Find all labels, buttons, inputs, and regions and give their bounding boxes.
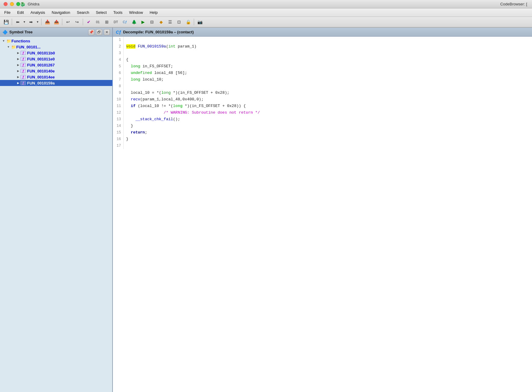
long-kw-7: long <box>131 77 140 82</box>
columns-button[interactable]: ⊡ <box>175 18 183 26</box>
grid-button[interactable]: ⊞ <box>103 18 111 26</box>
func-2-expand <box>16 63 20 67</box>
long-kw-5: long <box>131 64 140 69</box>
checkmark-button[interactable]: ✔ <box>85 18 93 26</box>
menu-search[interactable]: Search <box>74 9 92 16</box>
lock-button[interactable]: 🔒 <box>184 18 192 26</box>
tree-button[interactable]: 🌲 <box>130 18 138 26</box>
toolbar-sep-5 <box>194 19 194 25</box>
code-content-13: __stack_chk_fail(); <box>126 116 532 123</box>
menu-tools[interactable]: Tools <box>110 9 125 16</box>
code-line-2: 2 void FUN_0010159a(int param_1) <box>113 43 532 50</box>
return-kw: return <box>131 130 145 135</box>
menu-select[interactable]: Select <box>93 9 110 16</box>
new-window-button[interactable]: 🗗 <box>96 29 102 35</box>
camera-button[interactable]: 📷 <box>196 18 204 26</box>
func-4-arrow <box>11 75 16 79</box>
line-num-16: 16 <box>113 136 124 142</box>
func-5-expand <box>16 81 20 85</box>
func-3-arrow <box>11 69 16 73</box>
functions-label: Functions <box>11 39 30 43</box>
long-kw-9: long <box>161 90 171 95</box>
cf-button[interactable]: Cƒ <box>121 18 129 26</box>
traffic-lights <box>4 2 20 6</box>
void-keyword: void <box>126 44 135 49</box>
app-name: Ghidra <box>28 2 39 6</box>
close-button[interactable] <box>4 2 8 6</box>
list-button[interactable]: ☰ <box>166 18 174 26</box>
import-button[interactable]: 📥 <box>43 18 51 26</box>
code-line-5: 5 long in_FS_OFFSET; <box>113 63 532 70</box>
code-content-6: undefined local_48 [56]; <box>126 70 532 76</box>
title-bar: 🐉 Ghidra CodeBrowser: [ <box>0 0 532 8</box>
diamond-button[interactable]: ◆ <box>157 18 165 26</box>
int-kw: int <box>168 44 175 49</box>
func-4-icon: ƒ <box>20 75 26 79</box>
app-icon: 🐉 <box>20 2 25 7</box>
code-content-11: if (local_10 != *(long *)(in_FS_OFFSET +… <box>126 103 532 109</box>
code-content-2: void FUN_0010159a(int param_1) <box>126 43 532 50</box>
tree-func-4[interactable]: ƒ FUN_001014ee <box>0 74 112 80</box>
code-line-1: 1 <box>113 37 532 43</box>
maximize-button[interactable] <box>16 2 20 6</box>
toolbar-sep-2 <box>41 19 42 25</box>
menu-edit[interactable]: Edit <box>14 9 27 16</box>
functions-folder-icon: 📁 <box>6 38 11 43</box>
undefined-kw: undefined <box>131 71 152 75</box>
binary-button[interactable]: 01 <box>94 18 102 26</box>
back-button[interactable]: ⬅ <box>14 18 22 26</box>
menu-analysis[interactable]: Analysis <box>27 9 48 16</box>
table-button[interactable]: ⊟ <box>148 18 156 26</box>
back-dropdown[interactable]: ▼ <box>22 18 26 26</box>
func-1-expand <box>16 57 20 61</box>
code-line-14: 14 } <box>113 123 532 129</box>
menu-navigation[interactable]: Navigation <box>49 9 73 16</box>
func-1-icon: ƒ <box>20 57 26 61</box>
forward-button[interactable]: ➡ <box>27 18 35 26</box>
code-content-15: return; <box>126 129 532 136</box>
menu-help[interactable]: Help <box>147 9 161 16</box>
tree-func-1[interactable]: ƒ FUN_001011e0 <box>0 56 112 62</box>
run-button[interactable]: ▶ <box>139 18 147 26</box>
code-area[interactable]: 1 2 void FUN_0010159a(int param_1) 3 4 {… <box>113 37 532 392</box>
forward-dropdown[interactable]: ▼ <box>36 18 40 26</box>
code-line-17: 17 <box>113 142 532 149</box>
decompile-panel: Cƒ Decompile: FUN_0010159a – (contact) 1… <box>113 28 532 392</box>
save-button[interactable]: 💾 <box>2 18 10 26</box>
tree-subfolder[interactable]: 📁 FUN_00101... <box>0 44 112 50</box>
redo-button[interactable]: ↪ <box>73 18 81 26</box>
tree-functions-root[interactable]: 📁 Functions <box>0 38 112 44</box>
func-3-label: FUN_0010140e <box>27 69 55 73</box>
code-line-11: 11 if (local_10 != *(long *)(in_FS_OFFSE… <box>113 103 532 109</box>
code-line-7: 7 long local_10; <box>113 76 532 83</box>
line-num-12: 12 <box>113 109 124 116</box>
line-num-14: 14 <box>113 123 124 129</box>
tree-func-0[interactable]: ƒ FUN_001011b0 <box>0 50 112 56</box>
toolbar: 💾 ⬅ ▼ ➡ ▼ 📥 📤 ↩ ↪ ✔ 01 ⊞ DT Cƒ 🌲 ▶ ⊟ ◆ ☰… <box>0 17 532 28</box>
decompile-title: Decompile: FUN_0010159a – (contact) <box>123 30 194 34</box>
code-content-7: long local_10; <box>126 76 532 83</box>
code-line-9: 9 local_10 = *(long *)(in_FS_OFFSET + 0x… <box>113 90 532 96</box>
tree-func-5[interactable]: ƒ FUN_0010159a <box>0 80 112 86</box>
window-title: CodeBrowser: [ <box>500 2 527 6</box>
decompile-icon: Cƒ <box>116 30 121 35</box>
code-line-13: 13 __stack_chk_fail(); <box>113 116 532 123</box>
tree-func-2[interactable]: ƒ FUN_00101267 <box>0 62 112 68</box>
minimize-button[interactable] <box>10 2 14 6</box>
close-panel-button[interactable]: ✕ <box>104 29 110 35</box>
pin-button[interactable]: 📌 <box>88 29 94 35</box>
dt-button[interactable]: DT <box>112 18 120 26</box>
undo-button[interactable]: ↩ <box>64 18 72 26</box>
func-0-arrow <box>11 51 16 55</box>
code-line-16: 16 } <box>113 136 532 142</box>
code-content-12: /* WARNING: Subroutine does not return *… <box>126 109 532 116</box>
space-1 <box>135 44 138 49</box>
line-num-6: 6 <box>113 70 124 76</box>
code-line-6: 6 undefined local_48 [56]; <box>113 70 532 76</box>
tree-func-3[interactable]: ƒ FUN_0010140e <box>0 68 112 74</box>
menu-file[interactable]: File <box>1 9 14 16</box>
line-num-17: 17 <box>113 142 124 149</box>
export-button[interactable]: 📤 <box>52 18 60 26</box>
func-2-label: FUN_00101267 <box>27 63 55 67</box>
menu-window[interactable]: Window <box>126 9 146 16</box>
